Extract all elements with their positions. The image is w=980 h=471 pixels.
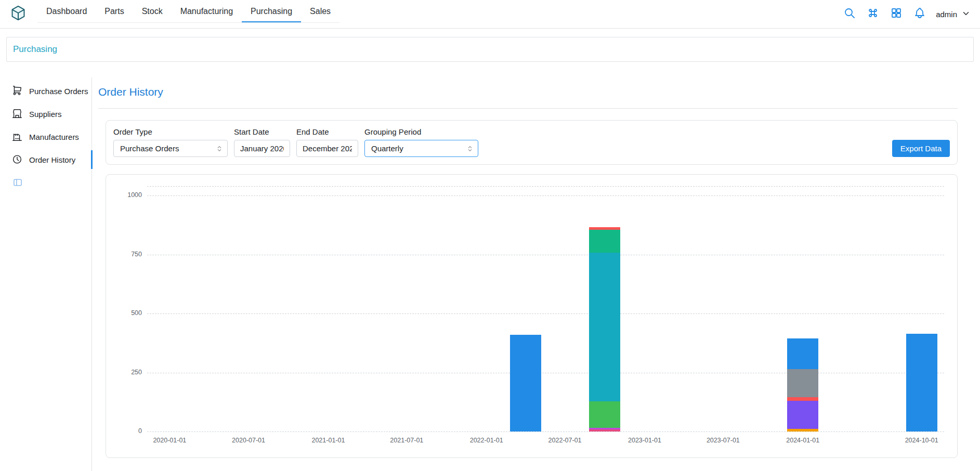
command-palette-button[interactable]	[866, 7, 880, 21]
x-axis-tick-label: 2024-10-01	[888, 437, 956, 444]
page-title: Order History	[98, 86, 958, 98]
tab-dashboard[interactable]: Dashboard	[37, 0, 96, 22]
gridline	[147, 431, 944, 432]
bar-segment[interactable]	[906, 334, 937, 431]
bar-segment[interactable]	[787, 401, 818, 429]
tab-parts[interactable]: Parts	[96, 0, 133, 22]
notifications-bell-icon	[913, 7, 926, 21]
end-date-field: End Date	[296, 127, 358, 157]
x-axis-tick-label: 2023-07-01	[689, 437, 757, 444]
history-clock-icon	[11, 153, 23, 166]
x-axis-tick-label: 2020-07-01	[215, 437, 282, 444]
bar-segment[interactable]	[589, 230, 620, 253]
main-nav-tabs: Dashboard Parts Stock Manufacturing Purc…	[37, 0, 339, 23]
order-type-field: Order Type Purchase Orders	[113, 127, 228, 157]
inventree-logo-icon	[10, 5, 27, 23]
start-date-field: Start Date	[234, 127, 290, 157]
grid-scan-button[interactable]	[889, 7, 903, 21]
order-history-chart-card: 025050075010002020-01-012020-07-012021-0…	[106, 174, 958, 458]
tab-sales[interactable]: Sales	[301, 0, 339, 22]
bar-segment[interactable]	[589, 429, 620, 431]
end-date-label: End Date	[296, 127, 358, 136]
start-date-label: Start Date	[234, 127, 290, 136]
main-content: Order History Order Type Purchase Orders…	[92, 77, 980, 471]
y-axis-tick-label: 0	[111, 427, 142, 435]
search-icon	[843, 7, 856, 21]
y-axis-tick-label: 750	[111, 251, 142, 258]
building-store-icon	[11, 108, 23, 121]
user-menu[interactable]: admin	[936, 9, 971, 20]
gridline-top	[147, 186, 944, 187]
grouping-period-select[interactable]: Quarterly	[364, 140, 478, 157]
app-body: Purchase Orders Suppliers Manufacturers	[0, 77, 980, 471]
app-logo[interactable]	[9, 5, 27, 23]
sidebar-item-label: Order History	[29, 155, 75, 164]
x-axis-tick-label: 2022-07-01	[531, 437, 599, 444]
bar-segment[interactable]	[787, 369, 818, 397]
start-date-input[interactable]	[234, 140, 290, 157]
grid-scan-icon	[890, 7, 903, 21]
x-axis-tick-label: 2022-01-01	[453, 437, 520, 444]
command-palette-icon	[867, 7, 879, 21]
tab-stock[interactable]: Stock	[133, 0, 172, 22]
grouping-period-field: Grouping Period Quarterly	[364, 127, 478, 157]
selector-chevrons-icon	[466, 145, 474, 153]
sidebar-item-manufacturers[interactable]: Manufacturers	[0, 125, 92, 148]
bar-segment[interactable]	[589, 428, 620, 430]
sidebar-item-purchase-orders[interactable]: Purchase Orders	[0, 80, 92, 102]
y-axis-tick-label: 1000	[111, 191, 142, 199]
sidebar-item-label: Suppliers	[29, 110, 62, 119]
end-date-input[interactable]	[296, 140, 358, 157]
x-axis-tick-label: 2020-01-01	[136, 437, 203, 444]
tab-manufacturing[interactable]: Manufacturing	[172, 0, 242, 22]
bar-segment[interactable]	[589, 227, 620, 229]
user-menu-chevron-icon	[961, 9, 971, 20]
sidebar-item-label: Purchase Orders	[29, 87, 88, 96]
bar-segment[interactable]	[589, 401, 620, 428]
title-divider	[98, 108, 958, 109]
notifications-button[interactable]	[912, 7, 926, 21]
bar-segment[interactable]	[787, 429, 818, 431]
sidebar-collapse-button[interactable]	[12, 177, 24, 189]
sidebar-item-order-history[interactable]: Order History	[0, 148, 92, 171]
grouping-period-value: Quarterly	[371, 144, 403, 153]
order-type-label: Order Type	[113, 127, 228, 136]
gridline	[147, 255, 944, 255]
x-axis-tick-label: 2021-07-01	[373, 437, 440, 444]
grouping-period-label: Grouping Period	[364, 127, 478, 136]
purchasing-sidebar: Purchase Orders Suppliers Manufacturers	[0, 77, 92, 471]
bar-segment[interactable]	[510, 335, 541, 431]
bar-segment[interactable]	[589, 253, 620, 401]
breadcrumb: Purchasing	[6, 37, 974, 62]
order-type-select[interactable]: Purchase Orders	[113, 140, 228, 157]
gridline	[147, 313, 944, 314]
gridline	[147, 195, 944, 196]
username: admin	[936, 10, 957, 19]
sidebar-collapse-icon	[12, 180, 23, 189]
y-axis-tick-label: 500	[111, 309, 142, 317]
factory-icon	[11, 130, 23, 143]
breadcrumb-item-purchasing[interactable]: Purchasing	[13, 44, 57, 55]
order-type-value: Purchase Orders	[120, 144, 179, 153]
x-axis-tick-label: 2021-01-01	[294, 437, 362, 444]
sidebar-item-suppliers[interactable]: Suppliers	[0, 102, 92, 125]
filter-panel: Order Type Purchase Orders Start Date En…	[106, 120, 958, 165]
x-axis-tick-label: 2023-01-01	[611, 437, 678, 444]
chart-plot: 025050075010002020-01-012020-07-012021-0…	[147, 186, 944, 431]
bar-segment[interactable]	[787, 397, 818, 401]
export-data-button[interactable]: Export Data	[892, 140, 950, 157]
y-axis-tick-label: 250	[111, 369, 142, 376]
search-button[interactable]	[842, 7, 856, 21]
shopping-cart-icon	[11, 85, 23, 98]
header-actions: admin	[842, 7, 971, 21]
gridline	[147, 373, 944, 373]
tab-purchasing[interactable]: Purchasing	[242, 0, 301, 22]
x-axis-tick-label: 2024-01-01	[769, 437, 837, 444]
selector-chevrons-icon	[215, 145, 224, 153]
app-header: Dashboard Parts Stock Manufacturing Purc…	[0, 0, 980, 29]
sidebar-item-label: Manufacturers	[29, 133, 79, 141]
bar-segment[interactable]	[787, 338, 818, 369]
